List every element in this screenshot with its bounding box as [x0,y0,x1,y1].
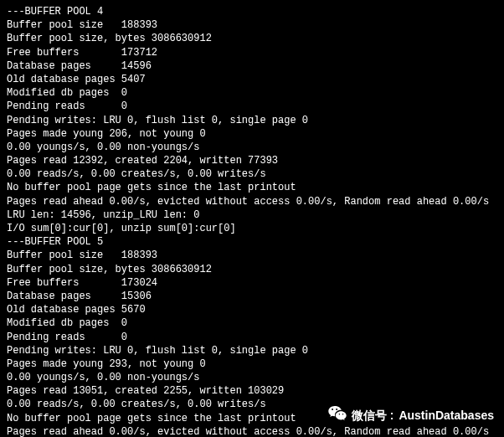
stat-line: No buffer pool page gets since the last … [7,181,497,194]
stat-line: Pages read ahead 0.00/s, evicted without… [7,425,497,437]
pool-header: ---BUFFER POOL 5 [7,235,497,249]
wechat-id: AustinDatabases [399,408,494,424]
stat-line: Buffer pool size, bytes 3086630912 [7,32,497,45]
stat-line: 0.00 youngs/s, 0.00 non-youngs/s [7,371,497,384]
terminal-output: ---BUFFER POOL 4Buffer pool size 188393B… [7,5,497,437]
pool-header: ---BUFFER POOL 4 [7,5,497,18]
stat-line: Free buffers 173024 [7,276,497,290]
stat-line: Pages made young 206, not young 0 [7,127,497,141]
stat-line: Pending reads 0 [7,100,497,113]
stat-line: Pending writes: LRU 0, flush list 0, sin… [7,114,497,127]
stat-line: Buffer pool size 188393 [7,18,497,32]
stat-line: Pending reads 0 [7,331,497,344]
stat-line: Buffer pool size 188393 [7,249,497,262]
stat-line: Free buffers 173712 [7,46,497,59]
wechat-icon [328,406,347,425]
stat-line: 0.00 youngs/s, 0.00 non-youngs/s [7,141,497,154]
stat-line: Database pages 15306 [7,290,497,303]
stat-line: Pages made young 293, not young 0 [7,357,497,371]
stat-line: Buffer pool size, bytes 3086630912 [7,263,497,276]
stat-line: Pending writes: LRU 0, flush list 0, sin… [7,344,497,357]
stat-line: Pages read 12392, created 2204, written … [7,154,497,167]
stat-line: Modified db pages 0 [7,86,497,100]
stat-line: Pages read 13051, created 2255, written … [7,384,497,398]
stat-line: LRU len: 14596, unzip_LRU len: 0 [7,208,497,222]
wechat-label: 微信号 : [352,408,394,424]
stat-line: Old database pages 5407 [7,73,497,86]
stat-line: Database pages 14596 [7,59,497,73]
stat-line: 0.00 reads/s, 0.00 creates/s, 0.00 write… [7,167,497,181]
stat-line: Old database pages 5670 [7,303,497,316]
stat-line: Modified db pages 0 [7,316,497,330]
wechat-watermark: 微信号 : AustinDatabases [328,406,494,425]
stat-line: Pages read ahead 0.00/s, evicted without… [7,195,497,208]
stat-line: I/O sum[0]:cur[0], unzip sum[0]:cur[0] [7,222,497,235]
